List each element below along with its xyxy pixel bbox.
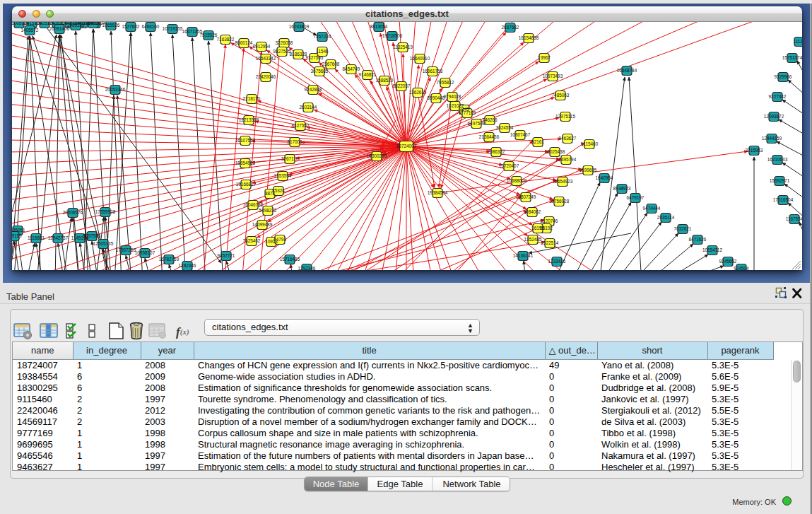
svg-text:8322037: 8322037: [393, 83, 411, 88]
svg-text:11546: 11546: [316, 49, 329, 54]
svg-text:11123: 11123: [794, 39, 802, 44]
svg-text:16495794: 16495794: [556, 157, 577, 162]
svg-text:9115460: 9115460: [581, 141, 599, 146]
svg-text:9227342: 9227342: [769, 94, 787, 99]
svg-text:16195: 16195: [531, 226, 544, 230]
svg-text:17359928: 17359928: [95, 209, 116, 214]
svg-text:317006: 317006: [287, 139, 302, 144]
svg-text:3624554: 3624554: [496, 125, 514, 130]
svg-text:1527602: 1527602: [122, 24, 140, 29]
svg-text:12975115: 12975115: [555, 114, 575, 119]
svg-text:16033809: 16033809: [289, 24, 310, 29]
svg-text:16107553: 16107553: [235, 138, 256, 143]
svg-text:9463627: 9463627: [559, 136, 577, 141]
svg-text:10655267: 10655267: [83, 22, 104, 25]
svg-text:8471626: 8471626: [689, 237, 707, 242]
svg-text:2718170: 2718170: [243, 96, 261, 101]
svg-text:746266: 746266: [482, 117, 498, 122]
svg-text:9245652: 9245652: [719, 259, 737, 264]
svg-text:8427552: 8427552: [292, 123, 310, 128]
svg-text:1115681: 1115681: [28, 235, 45, 240]
svg-text:(x): (x): [180, 327, 189, 337]
svg-text:9794028: 9794028: [444, 94, 461, 99]
svg-text:10688609: 10688609: [507, 178, 527, 183]
svg-text:19384554: 19384554: [428, 190, 448, 195]
svg-text:7625402: 7625402: [243, 238, 261, 243]
svg-text:1167534: 1167534: [786, 216, 802, 221]
svg-text:14136141: 14136141: [513, 253, 534, 258]
svg-text:8912954: 8912954: [253, 44, 271, 49]
svg-text:2603144: 2603144: [300, 105, 317, 110]
svg-text:19218506: 19218506: [382, 33, 403, 38]
svg-text:2522514: 2522514: [541, 240, 559, 245]
svg-text:1362615: 1362615: [409, 90, 427, 95]
svg-text:15751074: 15751074: [782, 55, 802, 60]
svg-text:12093872: 12093872: [764, 114, 784, 119]
svg-text:12444159: 12444159: [762, 136, 782, 141]
svg-text:16154838: 16154838: [519, 35, 539, 40]
svg-text:85324: 85324: [272, 188, 285, 193]
svg-text:10025438: 10025438: [545, 149, 565, 154]
svg-text:44793: 44793: [273, 237, 286, 242]
svg-text:15692971: 15692971: [770, 178, 790, 183]
svg-text:19756928: 19756928: [549, 199, 570, 204]
svg-text:12213369: 12213369: [239, 117, 259, 122]
svg-text:6466160: 6466160: [142, 24, 160, 29]
svg-text:8120746: 8120746: [541, 218, 558, 223]
svg-text:9777169: 9777169: [459, 110, 476, 115]
svg-text:18724007: 18724007: [396, 144, 417, 148]
svg-text:7515526: 7515526: [200, 33, 218, 37]
svg-text:11325419: 11325419: [393, 45, 413, 49]
svg-text:9474444: 9474444: [643, 206, 661, 211]
svg-text:20053346: 20053346: [105, 87, 126, 92]
svg-text:9329966: 9329966: [775, 74, 792, 79]
svg-text:7632621: 7632621: [674, 226, 692, 231]
svg-text:10958107: 10958107: [135, 250, 155, 255]
svg-text:9457721: 9457721: [218, 253, 235, 258]
svg-text:1405572: 1405572: [21, 28, 39, 33]
svg-text:10654112: 10654112: [702, 247, 722, 252]
svg-text:17957255: 17957255: [116, 247, 136, 252]
svg-text:1282346: 1282346: [179, 263, 196, 268]
svg-text:8938923: 8938923: [613, 186, 631, 191]
svg-text:9084062: 9084062: [524, 209, 541, 214]
svg-text:19166827: 19166827: [236, 182, 257, 187]
svg-text:19654923: 19654923: [553, 179, 573, 184]
svg-text:1733426: 1733426: [548, 259, 566, 264]
svg-text:15716485: 15716485: [280, 257, 300, 262]
svg-text:9699695: 9699695: [579, 168, 597, 173]
svg-text:16210643: 16210643: [767, 157, 788, 162]
svg-text:3226058: 3226058: [276, 40, 293, 45]
svg-text:7163822: 7163822: [217, 37, 235, 42]
svg-text:16961758: 16961758: [423, 69, 443, 74]
svg-text:9397586: 9397586: [83, 233, 101, 238]
svg-text:335061: 335061: [12, 228, 25, 233]
svg-text:16648784: 16648784: [617, 68, 637, 73]
svg-text:8186328: 8186328: [290, 52, 307, 57]
svg-text:7357224: 7357224: [314, 34, 331, 39]
svg-text:1353594: 1353594: [274, 173, 292, 178]
svg-text:10973493: 10973493: [543, 74, 563, 78]
svg-text:62161: 62161: [531, 139, 544, 144]
svg-text:8454749: 8454749: [343, 66, 360, 71]
svg-text:1065526: 1065526: [102, 23, 120, 28]
svg-text:18807249: 18807249: [516, 194, 536, 199]
svg-text:15720407: 15720407: [499, 163, 519, 168]
svg-text:2687682: 2687682: [502, 25, 519, 30]
svg-text:12942737: 12942737: [48, 235, 69, 240]
svg-text:3675685: 3675685: [311, 69, 329, 74]
svg-text:8813054: 8813054: [370, 24, 388, 29]
svg-text:10719155: 10719155: [163, 26, 183, 31]
svg-text:2367608: 2367608: [322, 62, 340, 66]
svg-text:2935114: 2935114: [657, 215, 675, 220]
svg-text:10807467: 10807467: [510, 132, 531, 137]
svg-text:924504: 924504: [734, 266, 749, 270]
svg-text:1588520: 1588520: [376, 78, 394, 83]
svg-text:1292346: 1292346: [298, 266, 316, 270]
svg-text:17016504: 17016504: [773, 197, 794, 202]
svg-text:16782759: 16782759: [159, 257, 180, 262]
svg-text:8990448: 8990448: [428, 95, 445, 100]
svg-text:3267110: 3267110: [281, 156, 299, 161]
svg-text:16640910: 16640910: [410, 56, 430, 61]
svg-text:6479197: 6479197: [627, 195, 645, 200]
